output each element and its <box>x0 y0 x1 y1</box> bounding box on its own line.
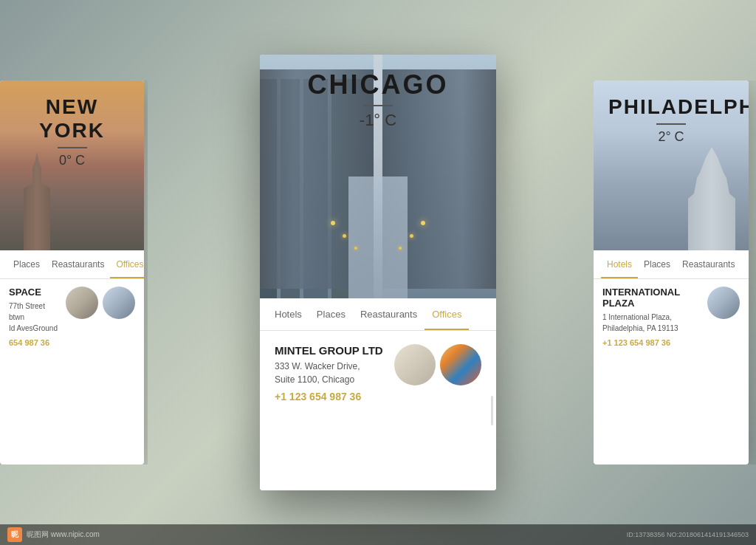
philadelphia-thumb-1 <box>707 287 740 319</box>
new-york-content: SPACE 77th Street btwnId AvesGround 654 … <box>0 279 144 465</box>
chicago-image: CHICAGO -1° C <box>260 55 496 298</box>
chicago-divider <box>363 105 393 106</box>
new-york-tab-places[interactable]: Places <box>7 250 46 278</box>
new-york-thumb-2 <box>103 287 135 319</box>
new-york-tab-offices[interactable]: Offices <box>110 250 144 278</box>
philadelphia-card-container: PHILADELPHIA 2° C Hotels Places Reastaur… <box>594 80 756 465</box>
philadelphia-listing-row: INTERNATIONAL PLAZA 1 International Plaz… <box>602 287 740 347</box>
philadelphia-tab-restaurants[interactable]: Reastaurants <box>676 250 740 278</box>
chicago-listing-images <box>394 344 481 385</box>
chicago-temp: -1° C <box>275 111 481 130</box>
chicago-listing-info: MINTEL GROUP LTD 333 W. Wacker Drive,Sui… <box>275 344 387 402</box>
chicago-content-area: MINTEL GROUP LTD 333 W. Wacker Drive,Sui… <box>260 331 496 490</box>
philadelphia-content: INTERNATIONAL PLAZA 1 International Plaz… <box>594 279 749 465</box>
philadelphia-card: PHILADELPHIA 2° C Hotels Places Reastaur… <box>594 80 749 465</box>
chicago-listing-address: 333 W. Wacker Drive,Suite 1100, Chicago <box>275 360 387 386</box>
nipic-bar: 昵 昵图网 www.nipic.com ID:13738356 NO:20180… <box>0 524 756 545</box>
chicago-card: CHICAGO -1° C Hotels Places Reastaurants… <box>260 55 496 490</box>
new-york-card: NEW YORK 0° C Places Reastaurants Office… <box>0 80 144 465</box>
nipic-id-text: ID:13738356 NO:2018061414191346503 <box>627 531 749 538</box>
philadelphia-tab-places[interactable]: Places <box>638 250 676 278</box>
new-york-listing-info: SPACE 77th Street btwnId AvesGround 654 … <box>9 287 60 347</box>
chicago-city-name: CHICAGO <box>275 69 481 100</box>
new-york-card-container: NEW YORK 0° C Places Reastaurants Office… <box>0 80 148 465</box>
nipic-icon: 昵 <box>7 527 22 542</box>
new-york-listing-address: 77th Street btwnId AvesGround <box>9 301 60 334</box>
nipic-logo: 昵 昵图网 www.nipic.com <box>7 527 100 542</box>
chicago-tab-hotels[interactable]: Hotels <box>267 298 309 330</box>
philadelphia-listing-address: 1 International Plaza,Philadelphia, PA 1… <box>602 312 701 334</box>
philadelphia-city-name: PHILADELPHIA <box>608 95 734 119</box>
chicago-listing: MINTEL GROUP LTD 333 W. Wacker Drive,Sui… <box>260 331 496 416</box>
chicago-thumb-1 <box>394 344 436 385</box>
new-york-listing-row: SPACE 77th Street btwnId AvesGround 654 … <box>9 287 135 347</box>
chicago-tabs: Hotels Places Reastaurants Offices <box>260 298 496 331</box>
chicago-listing-row: MINTEL GROUP LTD 333 W. Wacker Drive,Sui… <box>275 344 481 402</box>
new-york-tab-restaurants[interactable]: Reastaurants <box>46 250 110 278</box>
new-york-temp: 0° C <box>15 153 129 168</box>
philadelphia-overlay: PHILADELPHIA 2° C <box>594 80 749 160</box>
new-york-listing-name: SPACE <box>9 287 60 298</box>
chicago-listing-name: MINTEL GROUP LTD <box>275 344 387 357</box>
philadelphia-image: PHILADELPHIA 2° C <box>594 80 749 250</box>
philadelphia-listing-images <box>707 287 740 319</box>
philadelphia-listing-phone: +1 123 654 987 36 <box>602 338 701 347</box>
chicago-listing-phone: +1 123 654 987 36 <box>275 391 387 402</box>
new-york-overlay: NEW YORK 0° C <box>0 80 144 183</box>
scroll-indicator[interactable] <box>491 396 493 425</box>
new-york-tabs: Places Reastaurants Offices <box>0 250 144 279</box>
philadelphia-listing-info: INTERNATIONAL PLAZA 1 International Plaz… <box>602 287 701 347</box>
new-york-listing-phone: 654 987 36 <box>9 338 60 347</box>
philadelphia-listing-name: INTERNATIONAL PLAZA <box>602 287 701 309</box>
new-york-divider <box>58 147 87 148</box>
new-york-listing-images <box>66 287 135 319</box>
chicago-tab-offices[interactable]: Offices <box>425 298 469 330</box>
chicago-tab-restaurants[interactable]: Reastaurants <box>353 298 425 330</box>
philadelphia-temp: 2° C <box>608 129 734 145</box>
chicago-tab-places[interactable]: Places <box>309 298 353 330</box>
philadelphia-tab-hotels[interactable]: Hotels <box>601 250 638 278</box>
chicago-overlay: CHICAGO -1° C <box>260 55 496 145</box>
chicago-thumb-2 <box>440 344 481 385</box>
new-york-thumb-1 <box>66 287 98 319</box>
philadelphia-tabs: Hotels Places Reastaurants <box>594 250 749 279</box>
new-york-image: NEW YORK 0° C <box>0 80 144 250</box>
new-york-city-name: NEW YORK <box>15 95 129 143</box>
philadelphia-divider <box>656 123 686 125</box>
nipic-site-text: 昵图网 www.nipic.com <box>27 529 100 540</box>
